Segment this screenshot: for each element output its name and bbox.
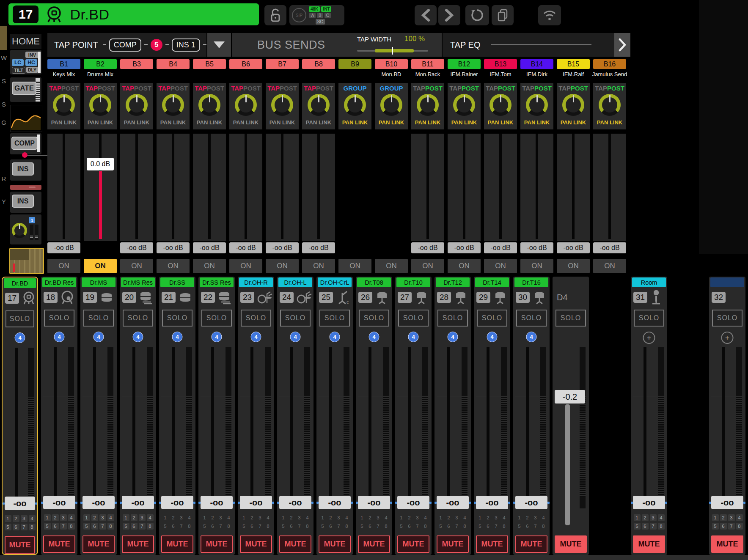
solo-button[interactable]: SOLO — [359, 310, 389, 327]
mute-group-cell[interactable]: 8 — [383, 523, 390, 530]
bus-send-value[interactable]: -oo dB — [47, 242, 80, 253]
bus-tag[interactable]: B6 — [229, 59, 262, 69]
bus-send-value[interactable]: -oo dB — [120, 242, 153, 253]
mute-group-cell[interactable]: 1 — [516, 514, 523, 521]
mute-group-cell[interactable]: 6 — [131, 523, 138, 530]
channel-tag[interactable]: Dr.BD Res — [42, 277, 76, 287]
sends-count-badge[interactable]: 4 — [408, 332, 419, 342]
bus-on-button[interactable]: ON — [484, 259, 517, 273]
mute-button[interactable]: MUTE — [515, 535, 547, 553]
channel-strip[interactable]: Dr.BD Res 18 SOLO 4 -oo 12345678 MUTE — [41, 277, 77, 555]
mute-group-cell[interactable]: 6 — [327, 523, 334, 530]
mute-group-cell[interactable]: 3 — [99, 514, 106, 521]
comp-button[interactable]: COMP — [11, 137, 38, 150]
sends-count-badge[interactable]: 4 — [448, 332, 458, 342]
mute-group-cell[interactable]: 6 — [406, 523, 413, 530]
mute-group-cell[interactable]: 8 — [422, 523, 429, 530]
channel-tag[interactable]: Dr.T08 — [357, 277, 391, 287]
tap-point-dropdown-button[interactable] — [207, 33, 231, 57]
copy-button[interactable] — [492, 5, 514, 25]
bus-send-value[interactable]: -oo dB — [557, 242, 590, 253]
strip-fader-value[interactable]: -oo — [279, 496, 311, 509]
mute-group-cell[interactable]: 4 — [658, 514, 665, 521]
pan-knob[interactable] — [126, 94, 148, 116]
mute-button[interactable]: MUTE — [82, 535, 115, 553]
pan-knob[interactable] — [162, 94, 184, 116]
bus-tag[interactable]: B1 — [47, 59, 80, 69]
mute-group-grid[interactable]: 12345678 — [631, 514, 667, 530]
sidebar-eq-thumbnail[interactable] — [10, 105, 42, 132]
solo-button[interactable]: SOLO — [477, 310, 507, 327]
bus-send-fader[interactable] — [448, 134, 481, 241]
sip-indicator[interactable]: SIP — [292, 8, 306, 22]
solo-button[interactable]: SOLO — [398, 310, 429, 327]
mute-group-cell[interactable]: 1 — [83, 514, 90, 521]
pan-knob[interactable] — [89, 94, 111, 116]
mute-group-cell[interactable]: 5 — [83, 523, 90, 530]
tap-width-slider-thumb[interactable] — [392, 47, 393, 55]
strip-fader-track[interactable] — [487, 347, 490, 508]
strip-fader-value[interactable]: -oo — [201, 496, 233, 509]
bus-on-button[interactable]: ON — [120, 259, 153, 273]
mute-group-cell[interactable]: 2 — [131, 514, 138, 521]
sends-count-badge[interactable]: 4 — [15, 332, 25, 343]
strip-fader-track[interactable] — [329, 347, 332, 508]
bus-tap-mode-label[interactable]: TAPPOST — [84, 85, 117, 92]
bus-on-button[interactable]: ON — [411, 259, 444, 273]
mute-group-cell[interactable]: 8 — [147, 523, 154, 530]
strip-fader-track[interactable] — [172, 347, 175, 508]
pan-link-label[interactable]: PAN LINK — [375, 119, 408, 126]
strip-fader-track[interactable] — [408, 347, 411, 508]
channel-tag[interactable]: Dr.T10 — [396, 277, 430, 287]
pan-knob[interactable] — [198, 94, 220, 116]
strip-fader-track[interactable] — [447, 347, 450, 508]
mute-group-cell[interactable]: 6 — [209, 523, 216, 530]
bus-send-value[interactable]: -oo dB — [448, 242, 481, 253]
mute-group-grid[interactable]: 12345678 — [474, 514, 510, 530]
fader-level-bar[interactable] — [99, 171, 102, 239]
pan-link-label[interactable]: PAN LINK — [484, 119, 517, 126]
solo-button[interactable]: SOLO — [162, 310, 192, 327]
strip-fader-value[interactable]: -oo — [5, 497, 35, 510]
mute-button[interactable]: MUTE — [5, 536, 35, 554]
bus-on-button[interactable]: ON — [302, 259, 335, 273]
bus-tag[interactable]: B12 — [448, 59, 481, 69]
pan-knob[interactable] — [526, 94, 548, 116]
pan-knob[interactable] — [308, 94, 330, 116]
mute-button[interactable]: MUTE — [122, 535, 154, 553]
solo-button[interactable]: SOLO — [280, 310, 311, 327]
tap-point-from-chip[interactable]: COMP — [109, 38, 141, 52]
strip-fader-track[interactable] — [722, 347, 725, 508]
bus-tap-mode-label[interactable]: TAPPOST — [193, 85, 226, 92]
mute-group-cell[interactable]: 3 — [650, 514, 657, 521]
pan-knob[interactable] — [235, 94, 257, 116]
channel-strip[interactable]: Dr.OH-L 24 SOLO 4 -oo 12345678 MUTE — [277, 277, 314, 555]
layer-b-badge[interactable]: B — [317, 13, 323, 18]
mute-group-cell[interactable]: 7 — [257, 523, 264, 530]
mute-group-grid[interactable]: 12345678 — [513, 514, 550, 530]
mute-group-cell[interactable]: 8 — [658, 523, 665, 530]
channel-tag[interactable]: Dr.OH-L — [278, 277, 312, 287]
sidebar-input-panel[interactable]: INV LC HC TILT DLY — [10, 50, 41, 74]
pan-link-label[interactable]: PAN LINK — [302, 119, 335, 126]
bus-send-value[interactable]: -oo dB — [411, 242, 444, 253]
pan-link-label[interactable]: PAN LINK — [120, 119, 153, 126]
pan-link-label[interactable]: PAN LINK — [448, 119, 481, 126]
home-button[interactable]: HOME — [10, 34, 41, 49]
bus-on-button[interactable]: ON — [229, 259, 262, 273]
mute-group-cell[interactable]: 4 — [107, 514, 114, 521]
channel-strip[interactable]: Dr.T12 28 SOLO 4 -oo 12345678 MUTE — [434, 277, 471, 555]
bus-tap-mode-label[interactable]: TAPPOST — [120, 85, 153, 92]
channel-tag[interactable]: Dr.T14 — [475, 277, 509, 287]
mute-group-cell[interactable]: 7 — [414, 523, 421, 530]
mute-group-grid[interactable]: 12345678 — [198, 514, 235, 530]
mute-group-cell[interactable]: 4 — [226, 514, 232, 521]
pan-knob[interactable] — [562, 94, 584, 116]
mute-button[interactable]: MUTE — [437, 535, 469, 553]
mute-group-cell[interactable]: 6 — [13, 524, 19, 530]
mute-group-cell[interactable]: 3 — [454, 514, 460, 521]
strip-fader-value[interactable]: -oo — [161, 496, 193, 509]
mute-group-cell[interactable]: 4 — [422, 514, 429, 521]
strip-fader-track[interactable] — [290, 347, 293, 508]
mute-group-cell[interactable]: 6 — [249, 523, 256, 530]
